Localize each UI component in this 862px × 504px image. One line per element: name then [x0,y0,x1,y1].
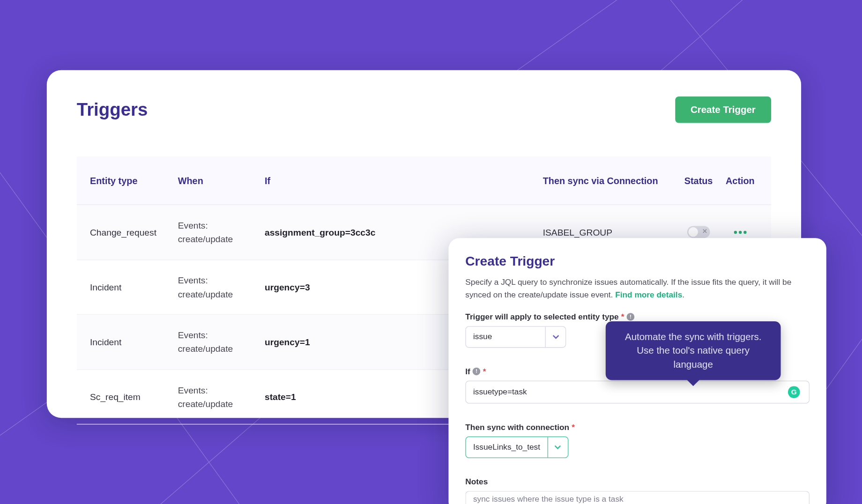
if-query-input[interactable] [465,381,810,404]
column-connection: Then sync via Connection [543,176,675,186]
cell-when: Events: create/update [178,328,265,356]
notes-label: Notes [465,477,810,486]
tooltip: Automate the sync with triggers. Use the… [606,321,781,380]
column-entity-type: Entity type [90,176,178,186]
tooltip-line: Use the tool's native query language [617,344,769,371]
cell-status: ✕ [675,226,722,238]
column-status: Status [675,176,722,186]
connection-label: Then sync with connection* [465,422,810,431]
cell-if: assignment_group=3cc3c [265,227,543,237]
find-more-details-link[interactable]: Find more details [615,290,682,299]
cell-entity: Incident [90,282,178,292]
chevron-down-icon [547,437,568,458]
more-actions-icon[interactable] [734,230,746,233]
cell-entity: Incident [90,337,178,347]
cell-when: Events: create/update [178,383,265,411]
chevron-down-icon [545,326,566,347]
column-if: If [265,176,543,186]
cell-when: Events: create/update [178,218,265,246]
notes-input[interactable] [465,491,810,504]
status-toggle[interactable]: ✕ [687,226,710,238]
connection-select[interactable]: IssueLinks_to_test [465,437,568,458]
column-action: Action [722,176,758,186]
tooltip-line: Automate the sync with triggers. [617,330,769,344]
cell-action [722,230,758,233]
page-title: Triggers [77,99,148,120]
column-when: When [178,176,265,186]
entity-type-label: Trigger will apply to selected entity ty… [465,312,810,321]
cell-when: Events: create/update [178,273,265,301]
create-trigger-button[interactable]: Create Trigger [675,96,771,123]
modal-title: Create Trigger [465,253,810,269]
entity-type-select[interactable]: issue [465,326,566,348]
info-icon[interactable]: ! [473,367,481,375]
grammarly-icon: G [788,386,800,398]
cell-entity: Change_request [90,227,178,237]
info-icon[interactable]: ! [627,313,635,321]
table-header-row: Entity type When If Then sync via Connec… [77,156,771,205]
modal-description: Specify a JQL query to synchronize issue… [465,276,810,302]
cell-connection: ISABEL_GROUP [543,227,675,237]
cell-entity: Sc_req_item [90,392,178,402]
